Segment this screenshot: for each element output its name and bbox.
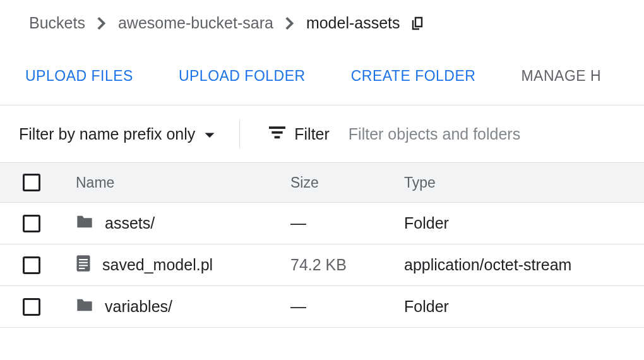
- select-all-checkbox[interactable]: [23, 174, 40, 191]
- breadcrumb: Buckets awesome-bucket-sara model-assets: [0, 0, 644, 32]
- item-size: —: [290, 297, 404, 316]
- filter-label: Filter: [294, 125, 330, 143]
- chevron-right-icon: [94, 16, 109, 31]
- filter-label-group: Filter: [240, 125, 349, 143]
- item-size: 74.2 KB: [290, 256, 404, 274]
- item-type: application/octet-stream: [404, 256, 644, 274]
- file-icon: [76, 255, 91, 276]
- svg-rect-5: [79, 261, 88, 263]
- folder-icon: [76, 297, 93, 316]
- item-type: Folder: [404, 297, 644, 316]
- table-header: Name Size Type: [0, 162, 644, 203]
- column-header-size[interactable]: Size: [290, 174, 404, 191]
- caret-down-icon: [200, 125, 215, 143]
- breadcrumb-bucket[interactable]: awesome-bucket-sara: [118, 14, 273, 32]
- action-bar: UPLOAD FILES UPLOAD FOLDER CREATE FOLDER…: [0, 32, 644, 85]
- item-type: Folder: [404, 214, 644, 232]
- manage-holds-button[interactable]: MANAGE H: [521, 68, 601, 85]
- row-checkbox[interactable]: [23, 256, 40, 274]
- row-checkbox[interactable]: [23, 215, 40, 232]
- svg-rect-4: [79, 259, 88, 260]
- svg-rect-1: [272, 131, 283, 133]
- svg-rect-2: [275, 136, 280, 138]
- table-row[interactable]: saved_model.pl74.2 KBapplication/octet-s…: [0, 244, 644, 286]
- filter-icon: [269, 125, 285, 143]
- filter-mode-label: Filter by name prefix only: [19, 125, 195, 143]
- row-checkbox[interactable]: [23, 298, 40, 316]
- column-header-name[interactable]: Name: [76, 174, 290, 191]
- item-size: —: [290, 214, 404, 232]
- svg-rect-6: [79, 265, 88, 266]
- breadcrumb-current: model-assets: [306, 14, 400, 32]
- item-name[interactable]: variables/: [105, 297, 172, 316]
- create-folder-button[interactable]: CREATE FOLDER: [351, 68, 476, 85]
- svg-rect-7: [79, 268, 85, 269]
- upload-files-button[interactable]: UPLOAD FILES: [25, 68, 133, 85]
- folder-icon: [76, 214, 93, 233]
- svg-rect-0: [269, 126, 285, 129]
- table-row[interactable]: assets/—Folder: [0, 203, 644, 244]
- filter-bar: Filter by name prefix only Filter: [0, 105, 644, 162]
- filter-input[interactable]: [349, 125, 576, 143]
- breadcrumb-root[interactable]: Buckets: [29, 14, 85, 32]
- table-row[interactable]: variables/—Folder: [0, 286, 644, 328]
- column-header-type[interactable]: Type: [404, 174, 644, 191]
- filter-mode-dropdown[interactable]: Filter by name prefix only: [19, 125, 239, 143]
- item-name[interactable]: assets/: [105, 214, 155, 232]
- upload-folder-button[interactable]: UPLOAD FOLDER: [179, 68, 306, 85]
- chevron-right-icon: [282, 16, 297, 31]
- item-name[interactable]: saved_model.pl: [102, 256, 213, 274]
- copy-icon[interactable]: [410, 16, 426, 31]
